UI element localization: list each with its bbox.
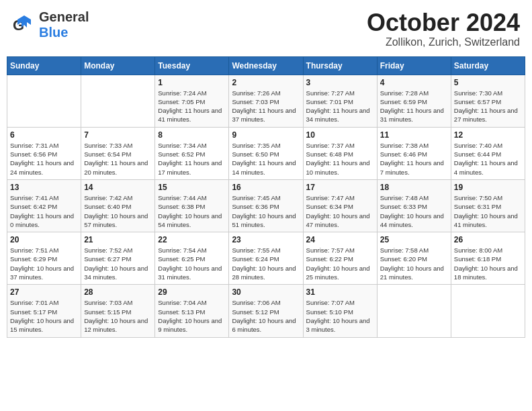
title-area: October 2024 Zollikon, Zurich, Switzerla… — [367, 9, 520, 48]
calendar-cell: 12Sunrise: 7:40 AM Sunset: 6:44 PM Dayli… — [451, 127, 525, 179]
day-info: Sunrise: 7:52 AM Sunset: 6:27 PM Dayligh… — [84, 246, 152, 281]
day-info: Sunrise: 7:40 AM Sunset: 6:44 PM Dayligh… — [454, 141, 522, 177]
day-number: 20 — [10, 235, 78, 244]
col-monday: Monday — [81, 56, 155, 75]
calendar-week-1: 1Sunrise: 7:24 AM Sunset: 7:05 PM Daylig… — [7, 75, 525, 127]
day-number: 23 — [232, 235, 300, 244]
day-number: 15 — [158, 183, 226, 192]
calendar-cell: 13Sunrise: 7:41 AM Sunset: 6:42 PM Dayli… — [7, 179, 81, 232]
col-saturday: Saturday — [451, 56, 525, 75]
day-number: 10 — [306, 130, 374, 140]
day-info: Sunrise: 7:51 AM Sunset: 6:29 PM Dayligh… — [10, 246, 78, 281]
calendar-cell: 30Sunrise: 7:06 AM Sunset: 5:12 PM Dayli… — [229, 285, 303, 337]
day-number: 17 — [306, 183, 374, 192]
day-number: 30 — [232, 287, 300, 297]
logo-text: General Blue — [39, 9, 89, 40]
day-number: 1 — [158, 78, 226, 87]
calendar-cell — [7, 75, 81, 127]
calendar-cell: 22Sunrise: 7:54 AM Sunset: 6:25 PM Dayli… — [155, 232, 229, 285]
calendar-cell: 17Sunrise: 7:47 AM Sunset: 6:34 PM Dayli… — [303, 179, 377, 232]
day-info: Sunrise: 7:50 AM Sunset: 6:31 PM Dayligh… — [454, 193, 522, 229]
calendar-week-5: 27Sunrise: 7:01 AM Sunset: 5:17 PM Dayli… — [7, 285, 525, 337]
header-row: Sunday Monday Tuesday Wednesday Thursday… — [7, 56, 525, 75]
calendar-cell: 31Sunrise: 7:07 AM Sunset: 5:10 PM Dayli… — [303, 285, 377, 337]
day-info: Sunrise: 7:03 AM Sunset: 5:15 PM Dayligh… — [84, 298, 152, 334]
day-info: Sunrise: 7:44 AM Sunset: 6:38 PM Dayligh… — [158, 193, 226, 229]
day-info: Sunrise: 7:35 AM Sunset: 6:50 PM Dayligh… — [232, 141, 300, 177]
calendar-cell: 10Sunrise: 7:37 AM Sunset: 6:48 PM Dayli… — [303, 127, 377, 179]
calendar-cell — [377, 285, 451, 337]
calendar-cell: 2Sunrise: 7:26 AM Sunset: 7:03 PM Daylig… — [229, 75, 303, 127]
calendar-week-4: 20Sunrise: 7:51 AM Sunset: 6:29 PM Dayli… — [7, 232, 525, 285]
day-number: 26 — [454, 235, 522, 244]
calendar-cell: 9Sunrise: 7:35 AM Sunset: 6:50 PM Daylig… — [229, 127, 303, 179]
calendar-week-2: 6Sunrise: 7:31 AM Sunset: 6:56 PM Daylig… — [7, 127, 525, 179]
day-number: 2 — [232, 78, 300, 87]
day-number: 7 — [84, 130, 152, 140]
calendar-cell — [81, 75, 155, 127]
col-sunday: Sunday — [7, 56, 81, 75]
day-info: Sunrise: 7:06 AM Sunset: 5:12 PM Dayligh… — [232, 298, 300, 334]
logo-icon: G — [12, 13, 36, 37]
day-number: 8 — [158, 130, 226, 140]
day-number: 11 — [380, 130, 448, 140]
col-friday: Friday — [377, 56, 451, 75]
day-info: Sunrise: 7:07 AM Sunset: 5:10 PM Dayligh… — [306, 298, 374, 334]
calendar-cell: 8Sunrise: 7:34 AM Sunset: 6:52 PM Daylig… — [155, 127, 229, 179]
day-info: Sunrise: 8:00 AM Sunset: 6:18 PM Dayligh… — [454, 246, 522, 281]
day-number: 5 — [454, 78, 522, 87]
day-number: 25 — [380, 235, 448, 244]
calendar-cell: 16Sunrise: 7:45 AM Sunset: 6:36 PM Dayli… — [229, 179, 303, 232]
logo-blue: Blue — [39, 25, 89, 40]
day-number: 4 — [380, 78, 448, 87]
calendar-cell: 29Sunrise: 7:04 AM Sunset: 5:13 PM Dayli… — [155, 285, 229, 337]
calendar-cell: 27Sunrise: 7:01 AM Sunset: 5:17 PM Dayli… — [7, 285, 81, 337]
calendar-cell: 3Sunrise: 7:27 AM Sunset: 7:01 PM Daylig… — [303, 75, 377, 127]
day-info: Sunrise: 7:57 AM Sunset: 6:22 PM Dayligh… — [306, 246, 374, 281]
day-info: Sunrise: 7:34 AM Sunset: 6:52 PM Dayligh… — [158, 141, 226, 177]
calendar-cell: 14Sunrise: 7:42 AM Sunset: 6:40 PM Dayli… — [81, 179, 155, 232]
calendar-cell: 19Sunrise: 7:50 AM Sunset: 6:31 PM Dayli… — [451, 179, 525, 232]
day-number: 19 — [454, 183, 522, 192]
calendar-cell: 5Sunrise: 7:30 AM Sunset: 6:57 PM Daylig… — [451, 75, 525, 127]
col-tuesday: Tuesday — [155, 56, 229, 75]
month-title: October 2024 — [367, 9, 520, 36]
day-info: Sunrise: 7:37 AM Sunset: 6:48 PM Dayligh… — [306, 141, 374, 177]
day-info: Sunrise: 7:31 AM Sunset: 6:56 PM Dayligh… — [10, 141, 78, 177]
day-number: 14 — [84, 183, 152, 192]
day-info: Sunrise: 7:55 AM Sunset: 6:24 PM Dayligh… — [232, 246, 300, 281]
calendar-cell — [451, 285, 525, 337]
day-info: Sunrise: 7:48 AM Sunset: 6:33 PM Dayligh… — [380, 193, 448, 229]
day-number: 31 — [306, 287, 374, 297]
calendar-cell: 26Sunrise: 8:00 AM Sunset: 6:18 PM Dayli… — [451, 232, 525, 285]
calendar-table: Sunday Monday Tuesday Wednesday Thursday… — [7, 56, 525, 338]
location: Zollikon, Zurich, Switzerland — [367, 36, 520, 48]
calendar-cell: 11Sunrise: 7:38 AM Sunset: 6:46 PM Dayli… — [377, 127, 451, 179]
calendar-week-3: 13Sunrise: 7:41 AM Sunset: 6:42 PM Dayli… — [7, 179, 525, 232]
day-info: Sunrise: 7:30 AM Sunset: 6:57 PM Dayligh… — [454, 89, 522, 124]
calendar-cell: 28Sunrise: 7:03 AM Sunset: 5:15 PM Dayli… — [81, 285, 155, 337]
calendar-cell: 23Sunrise: 7:55 AM Sunset: 6:24 PM Dayli… — [229, 232, 303, 285]
calendar-cell: 6Sunrise: 7:31 AM Sunset: 6:56 PM Daylig… — [7, 127, 81, 179]
day-info: Sunrise: 7:38 AM Sunset: 6:46 PM Dayligh… — [380, 141, 448, 177]
calendar-cell: 1Sunrise: 7:24 AM Sunset: 7:05 PM Daylig… — [155, 75, 229, 127]
day-number: 12 — [454, 130, 522, 140]
day-number: 16 — [232, 183, 300, 192]
day-info: Sunrise: 7:41 AM Sunset: 6:42 PM Dayligh… — [10, 193, 78, 229]
logo-general: General — [39, 9, 89, 25]
day-number: 24 — [306, 235, 374, 244]
day-info: Sunrise: 7:42 AM Sunset: 6:40 PM Dayligh… — [84, 193, 152, 229]
page-header: G General Blue October 2024 Zollikon, Zu… — [7, 7, 525, 51]
calendar-cell: 24Sunrise: 7:57 AM Sunset: 6:22 PM Dayli… — [303, 232, 377, 285]
day-info: Sunrise: 7:01 AM Sunset: 5:17 PM Dayligh… — [10, 298, 78, 334]
col-thursday: Thursday — [303, 56, 377, 75]
day-info: Sunrise: 7:24 AM Sunset: 7:05 PM Dayligh… — [158, 89, 226, 124]
day-info: Sunrise: 7:33 AM Sunset: 6:54 PM Dayligh… — [84, 141, 152, 177]
day-number: 27 — [10, 287, 78, 297]
day-number: 29 — [158, 287, 226, 297]
calendar-body: 1Sunrise: 7:24 AM Sunset: 7:05 PM Daylig… — [7, 75, 525, 337]
day-number: 18 — [380, 183, 448, 192]
calendar-cell: 7Sunrise: 7:33 AM Sunset: 6:54 PM Daylig… — [81, 127, 155, 179]
calendar-cell: 4Sunrise: 7:28 AM Sunset: 6:59 PM Daylig… — [377, 75, 451, 127]
day-number: 13 — [10, 183, 78, 192]
